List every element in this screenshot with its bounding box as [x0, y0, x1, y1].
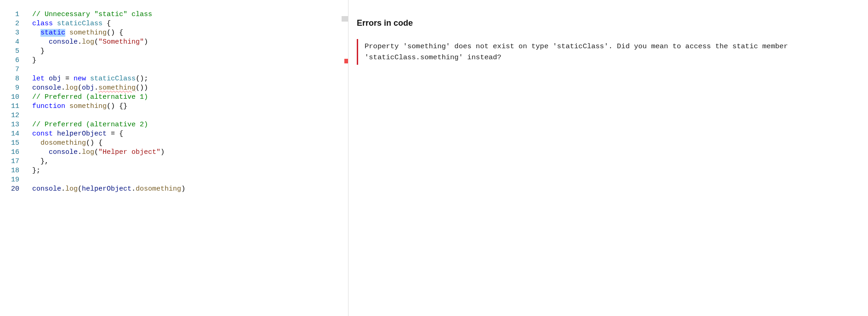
code-line[interactable]: }	[32, 47, 348, 56]
code-line[interactable]: class staticClass {	[32, 19, 348, 28]
minimap-slider[interactable]	[342, 16, 348, 22]
line-number: 11	[0, 102, 19, 111]
code-editor[interactable]: 1 2 3 4 5 6 7 8 9 10 11 12 13 14 15 16 1…	[0, 0, 348, 316]
line-number: 14	[0, 130, 19, 139]
line-number: 12	[0, 111, 19, 120]
code-line[interactable]: // Preferred (alternative 2)	[32, 120, 348, 130]
line-number: 15	[0, 139, 19, 148]
line-number: 13	[0, 120, 19, 130]
code-line[interactable]: }	[32, 56, 348, 65]
code-line[interactable]: // Preferred (alternative 1)	[32, 93, 348, 102]
code-line[interactable]: dosomething() {	[32, 139, 348, 148]
line-number: 8	[0, 74, 19, 84]
line-number: 4	[0, 38, 19, 47]
line-number: 7	[0, 65, 19, 74]
line-number: 18	[0, 166, 19, 175]
code-line[interactable]	[32, 111, 348, 120]
code-line[interactable]: console.log("Something")	[32, 38, 348, 47]
line-number: 19	[0, 175, 19, 185]
line-number: 3	[0, 28, 19, 38]
code-line[interactable]: console.log(obj.something())	[32, 84, 348, 93]
code-line[interactable]: static something() {	[32, 28, 348, 38]
error-squiggle: something	[98, 84, 136, 92]
code-line[interactable]	[32, 65, 348, 74]
code-line[interactable]: };	[32, 166, 348, 175]
errors-panel: Errors in code Property 'something' does…	[348, 0, 868, 316]
line-number: 2	[0, 19, 19, 28]
code-line[interactable]: console.log("Helper object")	[32, 148, 348, 157]
line-number: 9	[0, 84, 19, 93]
code-line[interactable]: console.log(helperObject.dosomething)	[32, 185, 348, 194]
errors-title: Errors in code	[357, 18, 860, 28]
code-line[interactable]: // Unnecessary "static" class	[32, 10, 348, 19]
line-number: 20	[0, 185, 19, 194]
code-line[interactable]: },	[32, 157, 348, 166]
code-line[interactable]: const helperObject = {	[32, 130, 348, 139]
error-message: Property 'something' does not exist on t…	[357, 39, 860, 65]
overview-error-marker[interactable]	[344, 59, 348, 63]
minimap[interactable]	[342, 0, 348, 316]
code-line[interactable]: function something() {}	[32, 102, 348, 111]
line-number: 16	[0, 148, 19, 157]
line-number: 10	[0, 93, 19, 102]
code-area[interactable]: // Unnecessary "static" class class stat…	[23, 10, 348, 316]
line-number: 6	[0, 56, 19, 65]
code-line[interactable]	[32, 175, 348, 185]
line-number: 5	[0, 47, 19, 56]
line-number: 1	[0, 10, 19, 19]
code-line[interactable]: let obj = new staticClass();	[32, 74, 348, 84]
line-number-gutter: 1 2 3 4 5 6 7 8 9 10 11 12 13 14 15 16 1…	[0, 10, 23, 316]
line-number: 17	[0, 157, 19, 166]
